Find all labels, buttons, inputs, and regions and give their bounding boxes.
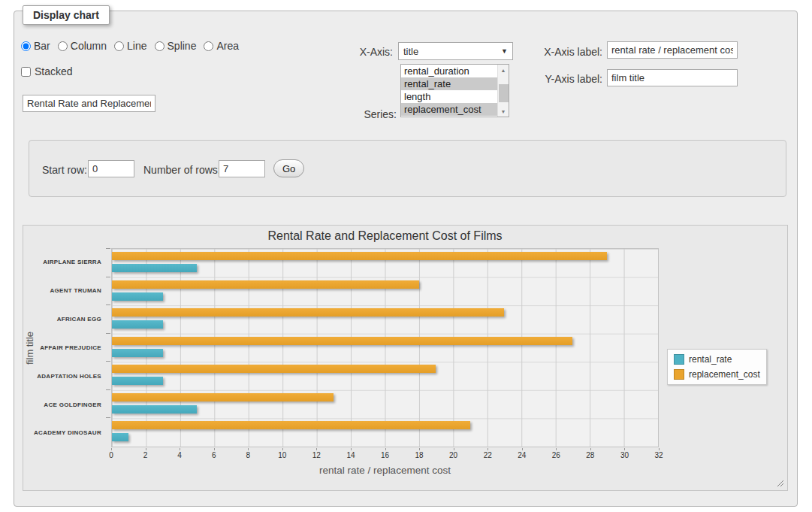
series-listbox[interactable]: rental_durationrental_ratelengthreplacem…	[400, 64, 509, 117]
legend-label: rental_rate	[689, 354, 732, 365]
chart-type-option-bar[interactable]: Bar	[21, 40, 50, 52]
x-tick-mark	[248, 448, 249, 450]
chart-type-radio-label: Area	[216, 40, 239, 52]
chart-row-adaptation-holes	[112, 362, 658, 390]
x-tick-label: 26	[552, 451, 560, 459]
x-tick-mark	[180, 448, 180, 450]
chart-type-radio-label: Column	[71, 40, 107, 52]
x-tick-label: 30	[620, 451, 629, 459]
y-axis-label-caption: Y-Axis label:	[542, 73, 602, 85]
chart-type-radio-line[interactable]	[114, 41, 124, 51]
series-options: rental_durationrental_ratelengthreplacem…	[401, 65, 497, 117]
bar-replacement_cost	[112, 421, 470, 429]
chart-type-radio-label: Bar	[34, 40, 50, 52]
x-tick-label: 16	[381, 451, 389, 459]
series-option-replacement_cost[interactable]: replacement_cost	[401, 103, 497, 116]
category-label: ACE GOLDFINGER	[42, 390, 107, 419]
x-tick-label: 22	[484, 451, 492, 459]
legend-swatch-icon	[674, 369, 684, 380]
chart-type-option-spline[interactable]: Spline	[155, 40, 197, 52]
series-option-rental_rate[interactable]: rental_rate	[401, 77, 497, 90]
listbox-scrollbar[interactable]: ▲ ▼	[497, 65, 509, 117]
x-axis-label-caption: X-Axis label:	[542, 46, 602, 58]
x-tick-mark	[351, 448, 352, 450]
series-option-length[interactable]: length	[401, 90, 497, 103]
x-tick-label: 24	[518, 451, 526, 459]
bar-replacement_cost	[112, 280, 419, 289]
category-label: AFRICAN EGG	[42, 305, 107, 334]
x-tick-label: 20	[449, 451, 457, 459]
bar-replacement_cost	[112, 393, 334, 401]
fieldset-legend: Display chart	[23, 5, 110, 25]
legend-item-rental_rate[interactable]: rental_rate	[674, 354, 760, 365]
bar-replacement_cost	[112, 365, 436, 373]
chart-bars	[112, 249, 658, 447]
x-tick-label: 12	[312, 451, 321, 459]
x-tick-label: 6	[212, 451, 216, 459]
x-tick-mark	[385, 448, 386, 450]
x-tick-label: 0	[109, 451, 113, 459]
chart-row-academy-dinosaur	[112, 418, 658, 447]
x-axis-select[interactable]: title ▼	[398, 42, 513, 60]
chart-row-african-egg	[112, 305, 658, 334]
series-option-rental_duration[interactable]: rental_duration	[401, 65, 497, 77]
number-of-rows-input[interactable]	[219, 160, 265, 177]
page: Display chart BarColumnLineSplineArea St…	[0, 0, 812, 512]
category-label: ADAPTATION HOLES	[42, 362, 107, 390]
x-tick-mark	[419, 448, 420, 450]
x-tick-label: 4	[177, 451, 182, 459]
category-label: AGENT TRUMAN	[42, 277, 107, 305]
chart-type-radio-label: Line	[127, 40, 146, 52]
x-tick-label: 8	[246, 451, 250, 459]
chart-type-radio-column[interactable]	[58, 41, 68, 51]
x-axis-selected-value: title	[403, 46, 418, 57]
stacked-checkbox[interactable]	[21, 67, 31, 77]
bar-rental_rate	[112, 264, 197, 272]
chart-type-option-line[interactable]: Line	[114, 40, 146, 52]
x-tick-mark	[522, 448, 523, 450]
chart-title: Rental Rate and Replacement Cost of Film…	[111, 229, 659, 243]
x-axis-select-label: X-Axis:	[344, 46, 393, 58]
chart-row-agent-truman	[112, 277, 658, 306]
chart-type-option-area[interactable]: Area	[204, 40, 239, 52]
legend-swatch-icon	[674, 354, 684, 365]
chart-row-airplane-sierra	[112, 249, 658, 277]
start-row-label: Start row:	[42, 164, 87, 176]
stacked-label: Stacked	[35, 65, 73, 77]
chart-row-affair-prejudice	[112, 334, 658, 362]
x-tick-label: 28	[586, 451, 594, 459]
scrollbar-thumb[interactable]	[499, 84, 509, 101]
start-row-input[interactable]	[88, 160, 134, 177]
x-tick-label: 18	[415, 451, 424, 459]
legend-label: replacement_cost	[689, 369, 760, 380]
chart-type-radio-bar[interactable]	[21, 41, 31, 51]
chart-legend: rental_ratereplacement_cost	[667, 349, 767, 385]
x-tick-mark	[556, 448, 557, 450]
bar-rental_rate	[112, 349, 163, 357]
y-axis-label-input[interactable]	[607, 69, 738, 86]
x-tick-mark	[590, 448, 591, 450]
bar-rental_rate	[112, 433, 128, 441]
category-label: ACADEMY DINOSAUR	[42, 419, 107, 447]
bar-rental_rate	[112, 292, 163, 301]
bar-replacement_cost	[112, 337, 572, 345]
x-tick-mark	[146, 448, 146, 450]
x-tick-mark	[111, 448, 112, 450]
chart-x-axis-ticks: 02468101214161820222426283032	[111, 448, 659, 460]
chart-type-radio-group: BarColumnLineSplineArea	[21, 40, 239, 52]
x-tick-mark	[659, 448, 660, 450]
legend-item-replacement_cost[interactable]: replacement_cost	[674, 369, 760, 380]
row-range-panel	[29, 140, 786, 197]
chart-type-radio-area[interactable]	[204, 41, 213, 51]
x-axis-label-input[interactable]	[607, 41, 738, 59]
scroll-up-icon[interactable]: ▲	[498, 65, 509, 75]
chart-type-radio-spline[interactable]	[155, 41, 165, 51]
stacked-checkbox-row: Stacked	[21, 65, 73, 77]
scroll-down-icon[interactable]: ▼	[498, 106, 509, 117]
chart-type-option-column[interactable]: Column	[58, 40, 107, 52]
chart-title-input[interactable]	[23, 95, 155, 112]
x-tick-mark	[282, 448, 283, 450]
x-tick-label: 32	[654, 451, 663, 459]
x-tick-label: 2	[143, 451, 148, 459]
go-button[interactable]: Go	[273, 159, 304, 177]
